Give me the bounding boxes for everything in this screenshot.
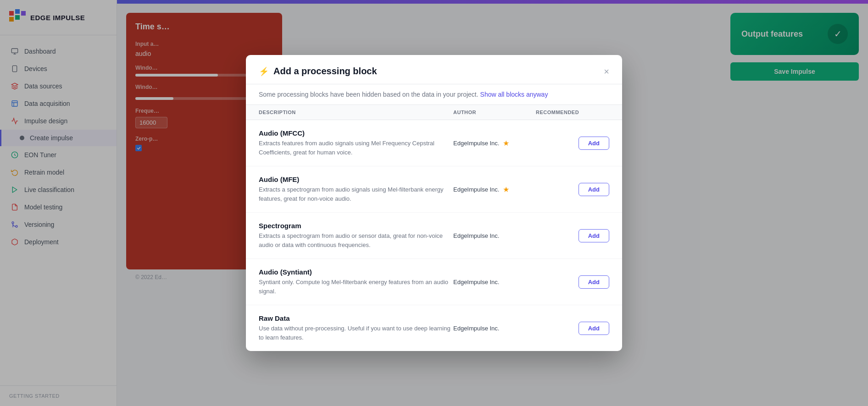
block-author-syntiant: EdgeImpulse Inc. — [453, 279, 536, 285]
block-desc-mfcc: Extracts features from audio signals usi… — [259, 139, 453, 157]
add-button-raw-data[interactable]: Add — [579, 322, 609, 335]
block-desc-spectrogram: Extracts a spectrogram from audio or sen… — [259, 231, 453, 249]
star-icon-mfe: ★ — [503, 185, 509, 194]
block-row-audio-mfe: Audio (MFE) Extracts a spectrogram from … — [246, 166, 622, 213]
block-desc-raw-data: Use data without pre-processing. Useful … — [259, 324, 453, 342]
block-row-syntiant: Audio (Syntiant) Syntiant only. Compute … — [246, 259, 622, 305]
modal-header: ⚡ Add a processing block × — [246, 55, 622, 84]
modal-title-row: ⚡ Add a processing block — [259, 66, 377, 77]
th-recommended: RECOMMENDED — [536, 110, 609, 115]
modal-close-button[interactable]: × — [604, 67, 609, 76]
modal-subtitle: Some processing blocks have been hidden … — [246, 84, 622, 105]
block-author-mfcc: EdgeImpulse Inc. ★ — [453, 139, 536, 148]
block-author-mfe: EdgeImpulse Inc. ★ — [453, 185, 536, 194]
add-button-syntiant[interactable]: Add — [579, 275, 609, 289]
block-name-syntiant: Audio (Syntiant) — [259, 268, 453, 276]
modal-overlay: ⚡ Add a processing block × Some processi… — [0, 0, 868, 406]
block-name-mfe: Audio (MFE) — [259, 176, 453, 183]
show-all-blocks-link[interactable]: Show all blocks anyway — [480, 91, 548, 98]
add-button-spectrogram[interactable]: Add — [579, 229, 609, 242]
add-button-mfcc[interactable]: Add — [579, 137, 609, 150]
modal-title: Add a processing block — [273, 66, 377, 77]
block-desc-syntiant: Syntiant only. Compute log Mel-filterban… — [259, 278, 453, 296]
block-name-raw-data: Raw Data — [259, 314, 453, 322]
block-row-spectrogram: Spectrogram Extracts a spectrogram from … — [246, 213, 622, 259]
block-name-mfcc: Audio (MFCC) — [259, 129, 453, 137]
add-button-mfe[interactable]: Add — [579, 183, 609, 196]
th-author: AUTHOR — [453, 110, 536, 115]
th-description: DESCRIPTION — [259, 110, 453, 115]
star-icon-mfcc: ★ — [503, 139, 509, 148]
block-desc-mfe: Extracts a spectrogram from audio signal… — [259, 185, 453, 203]
block-row-raw-data: Raw Data Use data without pre-processing… — [246, 305, 622, 351]
modal-body: Audio (MFCC) Extracts features from audi… — [246, 120, 622, 351]
block-row-audio-mfcc: Audio (MFCC) Extracts features from audi… — [246, 120, 622, 166]
block-author-spectrogram: EdgeImpulse Inc. — [453, 232, 536, 239]
table-header: DESCRIPTION AUTHOR RECOMMENDED — [246, 105, 622, 120]
bolt-icon: ⚡ — [259, 66, 269, 77]
add-processing-block-modal: ⚡ Add a processing block × Some processi… — [246, 55, 622, 351]
block-author-raw-data: EdgeImpulse Inc. — [453, 325, 536, 332]
block-name-spectrogram: Spectrogram — [259, 222, 453, 230]
